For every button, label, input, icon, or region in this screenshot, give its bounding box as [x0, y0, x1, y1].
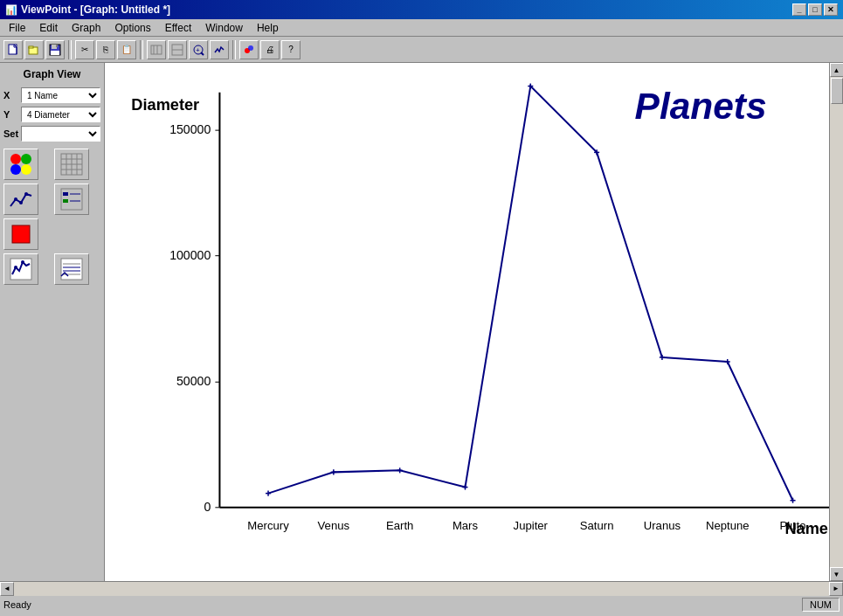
- svg-rect-36: [63, 199, 68, 203]
- menu-window[interactable]: Window: [198, 20, 250, 36]
- menu-edit[interactable]: Edit: [32, 20, 65, 36]
- svg-line-15: [201, 52, 204, 55]
- svg-text:0: 0: [204, 500, 211, 514]
- x-label-saturn: Saturn: [580, 519, 614, 532]
- x-label-mars: Mars: [453, 519, 479, 532]
- x-label-jupiter: Jupiter: [514, 519, 549, 532]
- print-button[interactable]: 🖨: [260, 40, 280, 59]
- sidebar-title: Graph View: [3, 66, 100, 82]
- scroll-track-right: [830, 77, 844, 567]
- svg-point-31: [19, 201, 23, 204]
- app-title: ViewPoint - [Graph: Untitled *]: [21, 3, 170, 16]
- color-picker-btn[interactable]: [3, 149, 38, 180]
- toolbar-btn-9[interactable]: +: [189, 40, 208, 59]
- cut-button[interactable]: ✂: [75, 40, 94, 59]
- toolbar-btn-10[interactable]: [210, 40, 229, 59]
- svg-text:150000: 150000: [169, 122, 211, 136]
- y-label: Y: [3, 109, 17, 120]
- graph-area: Planets Diameter 150000 100000 50000 0 N…: [105, 63, 829, 581]
- svg-rect-7: [56, 45, 58, 47]
- scrollbar-right[interactable]: ▲ ▼: [829, 63, 843, 581]
- toolbar-btn-11[interactable]: [239, 40, 259, 59]
- properties-btn[interactable]: [54, 253, 89, 285]
- svg-rect-8: [51, 51, 59, 55]
- num-indicator: NUM: [802, 598, 840, 612]
- svg-point-21: [10, 164, 21, 175]
- svg-rect-39: [10, 259, 31, 280]
- toolbar-btn-8[interactable]: [168, 40, 187, 59]
- title-bar: 📊 ViewPoint - [Graph: Untitled *] _ □ ✕: [0, 0, 843, 19]
- hscroll: ◄ ►: [0, 581, 843, 595]
- main-area: Graph View X 1 Name Y 4 Diameter Set: [0, 63, 843, 581]
- graph-title: Planets: [635, 86, 767, 127]
- graph-svg: Planets Diameter 150000 100000 50000 0 N…: [105, 63, 829, 581]
- scroll-right-button[interactable]: ►: [829, 582, 843, 596]
- svg-rect-9: [151, 45, 162, 54]
- set-select[interactable]: [21, 126, 100, 142]
- new-button[interactable]: [3, 40, 23, 59]
- y-select[interactable]: 4 Diameter: [21, 107, 100, 122]
- svg-rect-34: [63, 192, 68, 196]
- set-label: Set: [3, 128, 17, 139]
- menu-help[interactable]: Help: [250, 20, 286, 36]
- menu-options[interactable]: Options: [107, 20, 157, 36]
- svg-text:100000: 100000: [169, 248, 211, 262]
- scroll-left-button[interactable]: ◄: [0, 582, 14, 596]
- svg-rect-42: [61, 259, 82, 280]
- svg-text:+: +: [196, 46, 200, 54]
- svg-rect-38: [12, 225, 30, 243]
- menu-effect[interactable]: Effect: [158, 20, 198, 36]
- copy-button[interactable]: ⎘: [96, 40, 115, 59]
- pattern-btn[interactable]: [54, 149, 89, 180]
- legend-btn[interactable]: [54, 183, 89, 215]
- status-text: Ready: [3, 599, 31, 610]
- open-button[interactable]: [24, 40, 44, 59]
- menu-bar: File Edit Graph Options Effect Window He…: [0, 19, 843, 37]
- separator-1: [68, 40, 72, 59]
- x-label-uranus: Uranus: [644, 519, 681, 532]
- svg-point-22: [21, 164, 31, 175]
- x-label-earth: Earth: [386, 519, 413, 532]
- hscroll-track: [14, 582, 829, 596]
- svg-point-32: [24, 192, 28, 196]
- menu-file[interactable]: File: [2, 20, 32, 36]
- help-button[interactable]: ?: [281, 40, 301, 59]
- scroll-down-button[interactable]: ▼: [830, 567, 844, 581]
- y-axis-label: Diameter: [131, 96, 199, 114]
- svg-point-18: [248, 45, 253, 51]
- sidebar-icons: [3, 149, 100, 285]
- svg-point-40: [14, 266, 17, 269]
- x-label-venus: Venus: [318, 519, 350, 532]
- svg-rect-4: [29, 46, 33, 48]
- sidebar: Graph View X 1 Name Y 4 Diameter Set: [0, 63, 105, 581]
- minimize-button[interactable]: _: [792, 3, 806, 16]
- svg-point-20: [21, 154, 31, 164]
- svg-point-41: [21, 260, 24, 264]
- app-icon: 📊: [5, 4, 17, 16]
- x-label-mercury: Mercury: [247, 519, 289, 532]
- paste-button[interactable]: 📋: [117, 40, 136, 59]
- fill-color-btn[interactable]: [3, 218, 38, 250]
- svg-text:50000: 50000: [176, 374, 211, 388]
- x-label-pluto: Pluto: [780, 519, 806, 532]
- close-button[interactable]: ✕: [824, 3, 838, 16]
- scroll-thumb-right[interactable]: [831, 78, 843, 104]
- svg-point-30: [14, 197, 17, 201]
- separator-3: [232, 40, 236, 59]
- scroll-up-button[interactable]: ▲: [830, 63, 844, 77]
- x-select[interactable]: 1 Name: [21, 87, 100, 103]
- toolbar-btn-7[interactable]: [147, 40, 166, 59]
- status-bar: Ready NUM: [0, 595, 843, 613]
- data-line: [268, 87, 793, 501]
- separator-2: [140, 40, 143, 59]
- data-select-btn[interactable]: [3, 253, 38, 285]
- x-label: X: [3, 90, 17, 100]
- toolbar: ✂ ⎘ 📋 + 🖨 ?: [0, 37, 843, 63]
- save-button[interactable]: [45, 40, 65, 59]
- menu-graph[interactable]: Graph: [65, 20, 107, 36]
- maximize-button[interactable]: □: [808, 3, 822, 16]
- chart-type-btn[interactable]: [3, 183, 38, 215]
- x-label-neptune: Neptune: [706, 519, 750, 532]
- svg-point-19: [10, 154, 21, 164]
